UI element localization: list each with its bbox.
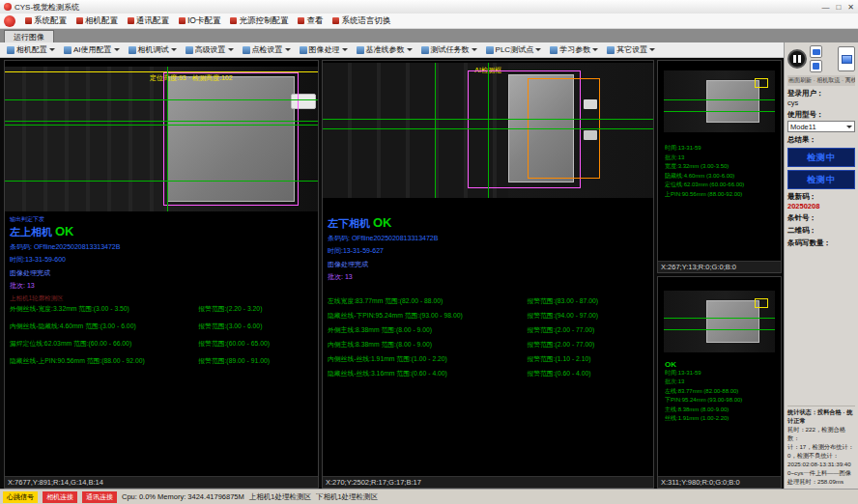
camera-link-status-badge: 相机连接 <box>43 491 77 503</box>
chevron-down-icon <box>171 48 177 51</box>
toolbar-camera-config[interactable]: 相机配置 <box>3 42 59 57</box>
close-button[interactable]: ✕ <box>847 3 854 12</box>
measure-line-green <box>664 329 775 330</box>
zone-bottom-label[interactable]: 下相机1处理检测区 <box>316 492 378 502</box>
pin-number-label: 条针号： <box>787 213 855 223</box>
tool-icon <box>421 46 429 54</box>
small-camera2-result-ok: OK <box>665 360 777 369</box>
tool-icon <box>486 46 494 54</box>
save-image-button[interactable] <box>810 60 822 72</box>
small-measure-text: 丝线:1.91mm (1.00-2.20) <box>665 414 777 424</box>
app-logo-icon <box>4 3 12 11</box>
machine-background <box>5 67 164 211</box>
pause-icon <box>793 55 796 63</box>
inspected-part <box>706 300 759 343</box>
result-box-top: 检测中 <box>787 148 855 167</box>
alarm-range-text: 报警范围:(2.00 - 77.00) <box>527 340 594 350</box>
measurement-text: 左线宽度:83.77mm 范围:(82.00 - 88.00) <box>328 296 527 306</box>
measure-line-green <box>5 125 318 126</box>
menu-label: 系统语言切换 <box>341 15 390 27</box>
time-text: 时间:13-31-59-627 <box>328 246 438 256</box>
latest-code-label: 最新码： <box>787 192 855 202</box>
menu-view[interactable]: 查看 <box>293 14 328 28</box>
menu-io-config[interactable]: IO卡配置 <box>174 14 225 28</box>
zone-top-label[interactable]: 上相机1处理检测区 <box>249 492 311 502</box>
alarm-range-text: 报警范围:(0.60 - 4.00) <box>527 369 590 378</box>
chevron-down-icon <box>472 48 477 51</box>
model-label: 使用型号： <box>787 110 855 120</box>
chevron-down-icon <box>407 48 413 51</box>
toolbar-learning-params[interactable]: 学习参数 <box>546 42 602 57</box>
menu-icon <box>128 17 134 24</box>
menu-system-config[interactable]: 系统配置 <box>20 14 72 28</box>
toolbar-ai-config[interactable]: AI使用配置 <box>60 42 124 57</box>
small-measure-text: 主线:8.38mm (8.00-9.00) <box>665 406 777 415</box>
stats-line: 统计状态：投料合格 · 统计正常 <box>787 408 855 426</box>
small-measure-text: 批次:13 <box>665 378 777 387</box>
small-measure-text: 隐藏线:4.60mm (3.00-6.00) <box>665 172 777 182</box>
tab-run-image[interactable]: 运行图像 <box>4 30 54 42</box>
toolbar-advanced-settings[interactable]: 高级设置 <box>182 42 238 57</box>
small-measure-text: 左线:83.77mm (82.00-88.00) <box>665 387 777 397</box>
small-measure-text: 批次:13 <box>665 154 777 163</box>
chevron-down-icon <box>649 48 655 51</box>
chevron-down-icon <box>846 126 852 128</box>
camera2-panel: AI检测框 左下相机 OK 条码码: OFfline2025020 <box>322 60 654 489</box>
roi-rect-yellow <box>755 78 768 88</box>
image-view-button[interactable] <box>838 46 855 71</box>
heartbeat-status-badge: 心跳信号 <box>3 491 38 503</box>
tool-icon <box>300 46 307 54</box>
picture-icon <box>842 55 852 64</box>
run-controls <box>787 45 855 72</box>
window-title: CYS-视觉检测系统 <box>14 2 79 13</box>
stats-line: 0，检测不良统计： <box>787 452 855 461</box>
alarm-range-text: 报警范围:(2.20 - 3.20) <box>198 304 262 314</box>
measure-line-green <box>664 99 775 100</box>
menu-camera-config[interactable]: 相机配置 <box>72 14 123 28</box>
small-measure-text: 上PIN:90.56mm (88.00-92.00) <box>665 190 777 200</box>
small-camera-column: 时间:13-31-59 批次:13 宽度:3.32mm (3.00-3.50) … <box>657 60 782 489</box>
small-measure-text: 定位线:62.03mm (60.00-66.00) <box>665 181 777 190</box>
minimize-button[interactable]: — <box>821 3 829 12</box>
alarm-range-text: 报警范围:(1.10 - 2.10) <box>527 354 590 364</box>
result-box-bottom: 检测中 <box>787 170 855 189</box>
measurement-text: 隐藏丝线-上PIN:90.56mm 范围:(88.00 - 92.00) <box>10 356 198 366</box>
latest-code-value: 20250208 <box>787 202 819 210</box>
comm-link-status-badge: 通讯连接 <box>82 491 117 503</box>
stats-line: 0~cys一件上料——图像 <box>787 469 855 478</box>
menu-icon <box>298 17 304 24</box>
measure-vline-green <box>435 63 436 198</box>
tool-icon <box>550 46 558 54</box>
login-user-label: 登录用户： <box>787 89 855 98</box>
toolbar-spot-check[interactable]: 点检设置 <box>239 42 295 57</box>
right-sidebar: 画面刷新 · 相机取流 · 离线模拟 登录用户： cys 使用型号： Mode1… <box>784 42 858 489</box>
time-text: 时间:13-31-59-600 <box>10 255 120 265</box>
model-select-value: Mode11 <box>790 123 816 131</box>
toolbar-test-tasks[interactable]: 测试任务数 <box>417 42 481 57</box>
toolbar-plc-points[interactable]: PLC测试点 <box>482 42 546 57</box>
tab-strip: 运行图像 <box>0 29 858 42</box>
toolbar-camera-debug[interactable]: 相机调试 <box>125 42 181 57</box>
small-camera2-image <box>664 291 775 352</box>
small-camera1-panel: 时间:13-31-59 批次:13 宽度:3.32mm (3.00-3.50) … <box>657 60 782 273</box>
toolbar-image-process[interactable]: 图像处理 <box>296 42 352 57</box>
menu-comm-config[interactable]: 通讯配置 <box>123 14 174 28</box>
tool-icon <box>186 46 193 54</box>
camera1-pixel-coords: X:7677,Y:891;R:14,G:14,B:14 <box>5 476 318 488</box>
tool-label: PLC测试点 <box>496 44 534 55</box>
toolbar-baseline-params[interactable]: 基准线参数 <box>353 42 416 57</box>
small-camera2-pixel-coords: X:311;Y:980;R:0;G:0;B:0 <box>658 476 781 488</box>
capture-button[interactable] <box>810 45 822 58</box>
measurement-text: 隐藏丝线-丝线:3.16mm 范围:(0.60 - 4.00) <box>328 369 527 378</box>
camera2-pixel-coords: X:270;Y:2502;R:17;G:17;B:17 <box>323 476 653 488</box>
toolbar-other-settings[interactable]: 其它设置 <box>603 42 659 57</box>
menu-light-config[interactable]: 光源控制配置 <box>225 14 293 28</box>
pause-button[interactable] <box>787 49 807 69</box>
process-status-text: 图像处理完成 <box>10 268 120 278</box>
menu-language-switch[interactable]: 系统语言切换 <box>328 14 395 28</box>
menu-icon <box>25 17 32 24</box>
model-select[interactable]: Mode11 <box>787 121 855 132</box>
brand-logo-icon <box>4 15 15 27</box>
zone-note-text: 上相机1轮廓检测区 <box>10 294 120 303</box>
maximize-button[interactable]: □ <box>836 3 841 12</box>
